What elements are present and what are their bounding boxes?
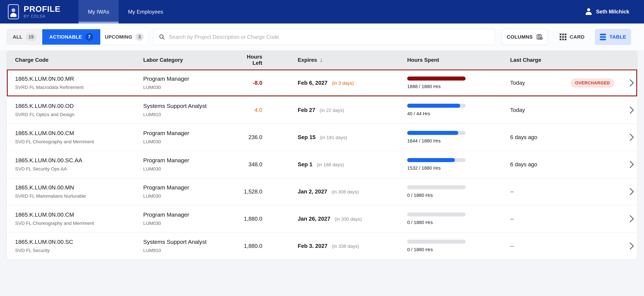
hours-left-value: -8.0 — [237, 80, 262, 86]
labor-category-cell: Systems Support Analyst LUM910 — [143, 103, 237, 117]
card-grid-icon — [560, 34, 566, 40]
search-box — [153, 29, 495, 45]
hours-left-value: 1,880.0 — [237, 216, 262, 222]
hours-spent-cell: 0 / 1880 Hrs — [407, 212, 510, 225]
charge-code-cell: 1865.K.LUM.0N.00.SC.AA SVD FL Security O… — [15, 157, 143, 171]
expires-date: Sep 1 — [298, 161, 312, 168]
project-description: SVRD FL Mammalians Nurturable — [15, 193, 143, 199]
columns-settings-icon — [536, 34, 543, 40]
labor-category-cell: Program Manager LUM030 — [143, 157, 237, 171]
labor-category-cell: Systems Support Analyst LUM910 — [143, 239, 237, 253]
project-description: SVD FL Choreography and Merriment — [15, 139, 143, 144]
user-menu[interactable]: Seth Milchick — [585, 0, 629, 24]
row-chevron-icon[interactable] — [626, 133, 637, 141]
tab-my-iwas[interactable]: My IWAs — [78, 0, 118, 24]
user-name: Seth Milchick — [596, 9, 629, 15]
hours-progress-bar — [407, 104, 466, 108]
expires-cell: Feb 6, 2027 (in 3 days) — [262, 80, 407, 86]
expires-cell: Jan 2, 2027 (in 308 days) — [262, 188, 407, 195]
filter-all-label: ALL — [13, 34, 22, 40]
header-hours-spent[interactable]: Hours Spent — [407, 57, 510, 63]
profile-badge-icon — [8, 4, 19, 19]
user-icon — [585, 8, 592, 16]
last-charge: -- — [510, 243, 559, 249]
brand-title: PROFILE — [24, 5, 60, 13]
row-chevron-icon[interactable] — [626, 106, 637, 114]
table-view-button[interactable]: TABLE — [595, 29, 631, 45]
expires-date: Sep 15 — [298, 134, 316, 140]
header-expires-label: Expires — [298, 57, 317, 63]
page-content: Charge Code Labor Category Hours Left Ex… — [0, 50, 644, 296]
expires-cell: Sep 1 (in 166 days) — [262, 161, 407, 168]
expires-countdown: (in 308 days) — [332, 189, 359, 195]
hours-spent-cell: 40 / 44 Hrs — [407, 104, 510, 116]
labor-category: Systems Support Analyst — [143, 239, 237, 245]
hours-left-value: 348.0 — [237, 161, 262, 168]
columns-button-label: COLUMNS — [507, 34, 533, 40]
last-charge: Today — [510, 80, 559, 86]
table-row[interactable]: 1865.K.LUM.0N.00.CM SVD FL Choreography … — [7, 205, 637, 232]
hours-progress-bar — [407, 77, 466, 81]
labor-category-cell: Program Manager LUM030 — [143, 130, 237, 144]
labor-category: Program Manager — [143, 157, 237, 163]
hours-progress-bar — [407, 131, 466, 135]
hours-progress-bar — [407, 185, 466, 189]
row-chevron-icon[interactable] — [626, 161, 637, 168]
toolbar: ALL 15 ACTIONABLE 7 UPCOMING 3 COLUMNS — [0, 24, 644, 50]
header-last-charge[interactable]: Last Charge — [510, 57, 559, 63]
header-labor-category[interactable]: Labor Category — [143, 57, 237, 63]
hours-progress-bar — [407, 212, 466, 216]
charge-code-cell: 1865.K.LUM.0N.00.OD SVRD FL Optics and D… — [15, 103, 143, 117]
project-description: SVD FL Security — [15, 248, 143, 253]
charge-code-cell: 1865.K.LUM.0N.00.SC SVD FL Security — [15, 239, 143, 253]
labor-code: LUM030 — [143, 85, 237, 90]
labor-code: LUM030 — [143, 221, 237, 226]
table-button-label: TABLE — [610, 34, 626, 40]
table-row[interactable]: 1865.K.LUM.0N.00.SC.AA SVD FL Security O… — [7, 151, 637, 178]
expires-countdown: (in 3 days) — [332, 81, 354, 86]
expires-cell: Sep 15 (in 181 days) — [262, 134, 407, 140]
card-view-button[interactable]: CARD — [557, 29, 587, 45]
labor-code: LUM910 — [143, 248, 237, 253]
row-chevron-icon[interactable] — [626, 215, 637, 223]
row-chevron-icon[interactable] — [626, 242, 637, 250]
filter-upcoming[interactable]: UPCOMING 3 — [100, 29, 148, 45]
hours-spent-cell: 1532 / 1880 Hrs — [407, 158, 510, 171]
tab-my-employees[interactable]: My Employees — [118, 0, 172, 24]
labor-code: LUM030 — [143, 139, 237, 144]
hours-spent-label: 1888 / 1880 Hrs — [407, 84, 510, 89]
table-row[interactable]: 1865.K.LUM.0N.00.OD SVRD FL Optics and D… — [7, 96, 637, 124]
hours-spent-cell: 1888 / 1880 Hrs — [407, 77, 510, 89]
charge-code: 1865.K.LUM.0N.00.CM — [15, 130, 143, 136]
header-hours-left[interactable]: Hours Left — [237, 54, 262, 66]
hours-spent-cell: 1644 / 1880 Hrs — [407, 131, 510, 144]
charge-code: 1865.K.LUM.0N.00.CM — [15, 212, 143, 218]
row-chevron-icon[interactable] — [626, 188, 637, 195]
charge-code-cell: 1865.K.LUM.0N.00.CM SVD FL Choreography … — [15, 212, 143, 226]
header-charge-code[interactable]: Charge Code — [15, 57, 143, 63]
search-icon — [159, 34, 165, 40]
table-rows-icon — [600, 34, 606, 40]
labor-category: Program Manager — [143, 184, 237, 191]
charge-code: 1865.K.LUM.0N.00.SC — [15, 239, 143, 245]
table-row[interactable]: 1865.K.LUM.0N.00.MN SVRD FL Mammalians N… — [7, 178, 637, 205]
table-row[interactable]: 1865.K.LUM.0N.00.SC SVD FL Security Syst… — [7, 232, 637, 259]
filter-actionable[interactable]: ACTIONABLE 7 — [42, 29, 100, 45]
charge-code-cell: 1865.K.LUM.0N.00.MN SVRD FL Mammalians N… — [15, 184, 143, 199]
hours-spent-label: 0 / 1880 Hrs — [407, 220, 510, 225]
row-chevron-icon[interactable] — [626, 79, 637, 87]
header-expires[interactable]: Expires ↓ — [262, 56, 407, 63]
table-row[interactable]: 1865.K.LUM.0N.00.CM SVD FL Choreography … — [7, 124, 637, 151]
charge-code-cell: 1865.K.LUM.0N.00.CM SVD FL Choreography … — [15, 130, 143, 144]
labor-category: Program Manager — [143, 130, 237, 136]
labor-category-cell: Program Manager LUM030 — [143, 184, 237, 199]
columns-button[interactable]: COLUMNS — [502, 29, 548, 45]
table-row[interactable]: 1865.K.LUM.0N.00.MR SVRD FL Macrodata Re… — [7, 69, 637, 96]
status-badge: OVERCHARGED — [571, 78, 614, 88]
last-charge: 6 days ago — [510, 161, 559, 168]
filter-segmented-control: ALL 15 ACTIONABLE 7 UPCOMING 3 — [6, 29, 148, 45]
brand-subtitle: BY COLSA — [24, 14, 60, 19]
filter-all[interactable]: ALL 15 — [7, 29, 42, 45]
search-input[interactable] — [169, 34, 490, 40]
expires-countdown: (in 181 days) — [320, 135, 347, 140]
